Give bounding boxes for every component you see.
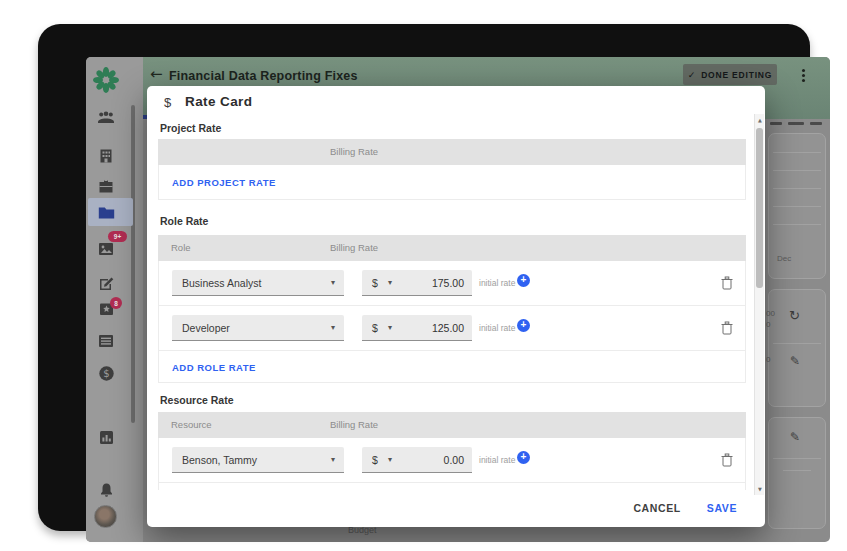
currency-symbol: $ [372, 277, 378, 289]
billing-rate-field[interactable]: $ ▾ 125.00 [362, 315, 472, 341]
bg-tab-fragment [788, 122, 804, 125]
chart-gridline [773, 170, 821, 171]
resource-column: Resource [171, 419, 212, 430]
bg-chart-card: Dec [768, 133, 826, 279]
chart-gridline [773, 152, 821, 153]
sidebar-item-team[interactable] [96, 107, 116, 127]
add-role-rate-row: ADD ROLE RATE [158, 351, 746, 383]
partial-row [158, 483, 746, 490]
role-rate-row: Business Analyst ▾ $ ▾ 175.00 initial ra… [158, 261, 746, 306]
billing-rate-column: Billing Rate [330, 419, 378, 430]
billing-rate-field[interactable]: $ ▾ 175.00 [362, 270, 472, 296]
done-editing-label: DONE EDITING [701, 70, 772, 80]
rate-card-modal: $ Rate Card Project Rate Billing Rate AD… [147, 86, 765, 527]
role-rate-label: Role Rate [160, 215, 208, 227]
sidebar-scrollbar[interactable] [131, 105, 135, 423]
bg-amount: 0 [766, 320, 770, 329]
scroll-down-icon[interactable]: ▼ [756, 486, 764, 492]
chevron-down-icon: ▾ [331, 455, 335, 464]
role-select[interactable]: Business Analyst ▾ [172, 270, 344, 296]
delete-icon[interactable] [721, 321, 733, 339]
role-select-value: Business Analyst [182, 277, 261, 289]
refresh-icon[interactable]: ↻ [789, 308, 800, 323]
check-icon: ✓ [688, 70, 696, 80]
add-role-rate-button[interactable]: ADD ROLE RATE [172, 361, 256, 372]
role-rate-row: Developer ▾ $ ▾ 125.00 initial rate + [158, 306, 746, 351]
media-badge: 9+ [108, 231, 127, 242]
initial-rate-label: initial rate [479, 278, 515, 288]
card-divider [773, 458, 821, 459]
billing-rate-column: Billing Rate [330, 242, 378, 253]
chevron-down-icon: ▾ [331, 323, 335, 332]
card-divider [773, 343, 821, 344]
scrollbar-thumb[interactable] [756, 128, 763, 288]
add-initial-rate-icon[interactable]: + [517, 319, 530, 332]
delete-icon[interactable] [721, 276, 733, 294]
done-editing-button[interactable]: ✓ DONE EDITING [683, 64, 777, 85]
folder-icon[interactable] [96, 203, 116, 223]
rate-value: 175.00 [432, 277, 464, 289]
bg-amount: 0 [766, 355, 770, 364]
project-rate-header: Billing Rate [158, 139, 746, 165]
chart-gridline [773, 188, 821, 189]
role-select-value: Developer [182, 322, 230, 334]
scroll-up-icon[interactable]: ▲ [756, 117, 764, 123]
user-avatar[interactable] [94, 505, 117, 528]
resource-select-value: Benson, Tammy [182, 454, 257, 466]
sidebar-item-media[interactable] [96, 239, 116, 259]
back-arrow-icon[interactable]: ← [150, 65, 163, 83]
sidebar-item-company[interactable] [96, 146, 116, 166]
billing-rate-column: Billing Rate [330, 146, 378, 157]
chevron-down-icon: ▾ [388, 455, 392, 464]
add-project-rate-button[interactable]: ADD PROJECT RATE [172, 177, 276, 188]
edit-pencil-icon[interactable]: ✎ [790, 430, 800, 444]
chevron-down-icon: ▾ [331, 278, 335, 287]
resource-rate-label: Resource Rate [160, 394, 234, 406]
sidebar-nav: 9+ 8 [86, 57, 143, 542]
sidebar-item-briefcase[interactable] [96, 176, 116, 196]
bg-budget-card: ↻ ✎ [768, 289, 826, 407]
dollar-icon: $ [164, 95, 171, 110]
billing-rate-field[interactable]: $ ▾ 0.00 [362, 447, 472, 473]
add-project-rate-row: ADD PROJECT RATE [158, 165, 746, 200]
resource-rate-row: Benson, Tammy ▾ $ ▾ 0.00 initial rate + [158, 438, 746, 483]
sidebar-item-list[interactable] [96, 331, 116, 351]
device-frame: Dec ↻ ✎ 00 0 0 ✎ Budget ← Financial Data… [38, 24, 810, 531]
tasks-badge: 8 [110, 297, 122, 309]
more-options-icon[interactable] [796, 67, 810, 87]
svg-text:$: $ [103, 368, 109, 379]
bg-tab-fragment [770, 122, 782, 125]
sidebar-item-notes[interactable] [96, 273, 116, 293]
currency-symbol: $ [372, 454, 378, 466]
bg-tab-fragment [810, 122, 822, 125]
bg-amount: 00 [766, 309, 775, 318]
bg-rates-card: ✎ [768, 417, 826, 529]
sidebar-item-billing[interactable]: $ [96, 363, 116, 383]
sidebar-item-reports[interactable] [96, 427, 116, 447]
app-logo-icon[interactable] [90, 64, 122, 96]
axis-label-dec: Dec [777, 254, 791, 263]
chevron-down-icon: ▾ [388, 323, 392, 332]
chart-gridline [773, 224, 821, 225]
resource-rate-header: Resource Billing Rate [158, 412, 746, 438]
initial-rate-label: initial rate [479, 323, 515, 333]
add-initial-rate-icon[interactable]: + [517, 274, 530, 287]
resource-select[interactable]: Benson, Tammy ▾ [172, 447, 344, 473]
add-initial-rate-icon[interactable]: + [517, 451, 530, 464]
notifications-bell-icon[interactable] [96, 480, 116, 500]
card-divider [783, 470, 811, 471]
currency-symbol: $ [372, 322, 378, 334]
page-title: Financial Data Reporting Fixes [169, 69, 358, 83]
edit-pencil-icon[interactable]: ✎ [790, 354, 800, 368]
modal-scrollbar[interactable]: ▲ ▼ [754, 114, 764, 495]
app-screen: Dec ↻ ✎ 00 0 0 ✎ Budget ← Financial Data… [86, 57, 830, 542]
role-select[interactable]: Developer ▾ [172, 315, 344, 341]
project-rate-label: Project Rate [160, 122, 221, 134]
rate-value: 125.00 [432, 322, 464, 334]
save-button[interactable]: SAVE [707, 502, 737, 514]
modal-title: Rate Card [185, 94, 252, 109]
delete-icon[interactable] [721, 453, 733, 471]
cancel-button[interactable]: CANCEL [633, 502, 680, 514]
role-rate-header: Role Billing Rate [158, 235, 746, 261]
chevron-down-icon: ▾ [388, 278, 392, 287]
